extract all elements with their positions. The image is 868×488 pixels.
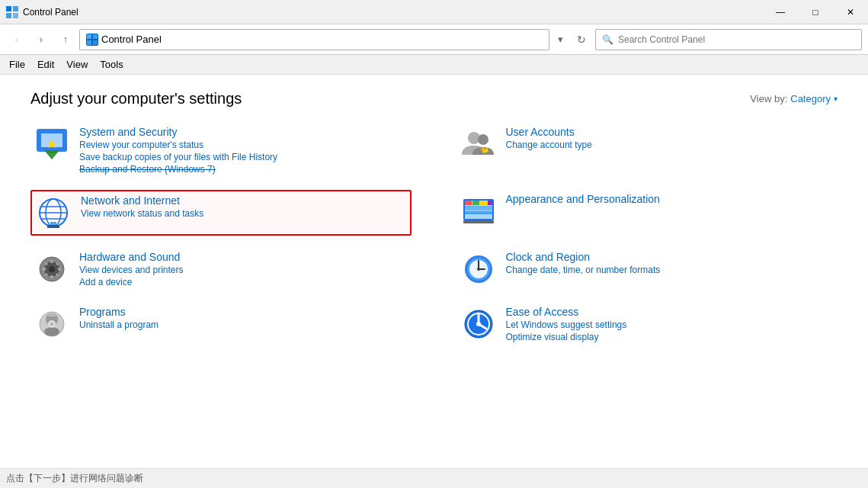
system-security-title[interactable]: System and Security: [79, 126, 277, 138]
menu-view[interactable]: View: [60, 56, 94, 72]
control-panel-icon: [6, 6, 18, 18]
svg-point-48: [44, 327, 59, 336]
path-text: Control Panel: [101, 34, 162, 45]
address-path[interactable]: Control Panel: [79, 29, 549, 50]
minimize-button[interactable]: —: [763, 0, 798, 24]
back-button[interactable]: ‹: [6, 29, 27, 50]
search-box[interactable]: 🔍: [595, 29, 862, 50]
svg-point-36: [46, 263, 48, 265]
svg-rect-28: [463, 220, 494, 223]
ease-access-link-0[interactable]: Let Windows suggest settings: [506, 319, 627, 330]
bottom-bar-text: 点击【下一步】进行网络问题诊断: [6, 472, 143, 485]
svg-point-38: [46, 274, 48, 276]
clock-region-text: Clock and Region Change date, time, or n…: [506, 251, 661, 275]
menu-tools[interactable]: Tools: [94, 56, 129, 72]
clock-region-title[interactable]: Clock and Region: [506, 251, 661, 263]
user-accounts-icon: [460, 126, 497, 162]
view-by-arrow-icon[interactable]: ▾: [834, 95, 838, 103]
category-system-security: System and Security Review your computer…: [30, 123, 412, 178]
svg-point-45: [477, 268, 480, 271]
svg-point-33: [50, 275, 53, 278]
svg-rect-22: [465, 201, 472, 205]
path-icon: [86, 34, 98, 46]
programs-title[interactable]: Programs: [79, 306, 159, 318]
svg-point-35: [58, 268, 61, 271]
title-bar: Control Panel — □ ✕: [0, 0, 868, 24]
ease-access-text: Ease of Access Let Windows suggest setti…: [506, 306, 627, 342]
system-security-text: System and Security Review your computer…: [79, 126, 277, 175]
programs-text: Programs Uninstall a program: [79, 306, 159, 330]
svg-rect-1: [13, 6, 18, 11]
page-header: Adjust your computer's settings View by:…: [30, 90, 838, 108]
view-by-control: View by: Category ▾: [750, 93, 838, 104]
svg-rect-19: [47, 225, 59, 228]
network-internet-icon: [35, 194, 72, 231]
network-internet-text: Network and Internet View network status…: [81, 194, 203, 219]
bottom-bar: 点击【下一步】进行网络问题诊断: [0, 468, 868, 488]
svg-rect-25: [488, 201, 492, 205]
title-bar-left: Control Panel: [6, 6, 78, 18]
svg-point-55: [476, 322, 481, 326]
hardware-sound-icon: [34, 251, 70, 287]
svg-rect-4: [87, 34, 91, 39]
network-internet-title[interactable]: Network and Internet: [81, 194, 203, 207]
address-dropdown[interactable]: ▾: [553, 29, 568, 50]
view-by-value[interactable]: Category: [790, 93, 831, 104]
category-appearance: Appearance and Personalization: [457, 190, 838, 236]
ease-access-icon: [460, 306, 497, 342]
programs-link-0[interactable]: Uninstall a program: [79, 319, 159, 330]
main-content: Adjust your computer's settings View by:…: [0, 75, 868, 488]
svg-rect-3: [13, 13, 18, 18]
ease-access-link-1[interactable]: Optimize visual display: [506, 332, 627, 342]
svg-point-32: [50, 260, 53, 263]
network-internet-link-0[interactable]: View network status and tasks: [81, 208, 203, 219]
category-ease-access: Ease of Access Let Windows suggest setti…: [457, 303, 838, 345]
category-clock-region: Clock and Region Change date, time, or n…: [457, 248, 838, 291]
up-button[interactable]: ↑: [55, 29, 76, 50]
svg-rect-23: [472, 201, 479, 205]
svg-rect-5: [93, 34, 98, 39]
hardware-sound-text: Hardware and Sound View devices and prin…: [79, 251, 184, 287]
ease-access-title[interactable]: Ease of Access: [506, 306, 627, 318]
user-accounts-text: User Accounts Change account type: [506, 126, 592, 150]
category-hardware-sound: Hardware and Sound View devices and prin…: [30, 248, 412, 291]
svg-rect-6: [87, 40, 91, 45]
search-input[interactable]: [618, 34, 855, 45]
svg-rect-24: [480, 201, 487, 205]
user-accounts-title[interactable]: User Accounts: [506, 126, 592, 138]
appearance-text: Appearance and Personalization: [506, 193, 660, 205]
menu-file[interactable]: File: [3, 56, 31, 72]
system-security-link-2[interactable]: Backup and Restore (Windows 7): [79, 164, 277, 175]
svg-rect-27: [465, 211, 492, 214]
clock-region-icon: [460, 251, 497, 287]
svg-rect-2: [6, 13, 11, 18]
appearance-icon: [460, 193, 497, 230]
address-bar: ‹ › ↑ Control Panel ▾ ↻ 🔍: [0, 24, 868, 55]
svg-point-31: [49, 266, 55, 272]
hardware-sound-link-0[interactable]: View devices and printers: [79, 265, 184, 275]
title-bar-controls: — □ ✕: [763, 0, 868, 24]
clock-region-link-0[interactable]: Change date, time, or number formats: [506, 265, 661, 275]
maximize-button[interactable]: □: [798, 0, 833, 24]
svg-point-50: [50, 323, 53, 326]
system-security-icon: [34, 126, 70, 162]
user-accounts-link-0[interactable]: Change account type: [506, 140, 592, 150]
hardware-sound-link-1[interactable]: Add a device: [79, 277, 184, 287]
svg-point-39: [56, 263, 59, 265]
hardware-sound-title[interactable]: Hardware and Sound: [79, 251, 184, 263]
close-button[interactable]: ✕: [833, 0, 868, 24]
category-programs: Programs Uninstall a program: [30, 303, 412, 345]
programs-icon: [34, 306, 70, 342]
refresh-button[interactable]: ↻: [571, 29, 592, 50]
system-security-link-1[interactable]: Save backup copies of your files with Fi…: [79, 152, 277, 162]
page-title: Adjust your computer's settings: [30, 90, 242, 108]
system-security-link-0[interactable]: Review your computer's status: [79, 140, 277, 150]
window-title: Control Panel: [23, 7, 78, 18]
svg-point-34: [43, 268, 46, 271]
category-network-internet: Network and Internet View network status…: [30, 190, 412, 236]
svg-rect-7: [93, 40, 98, 45]
appearance-title[interactable]: Appearance and Personalization: [506, 193, 660, 205]
svg-rect-0: [6, 6, 11, 11]
menu-edit[interactable]: Edit: [31, 56, 60, 72]
forward-button[interactable]: ›: [30, 29, 52, 50]
